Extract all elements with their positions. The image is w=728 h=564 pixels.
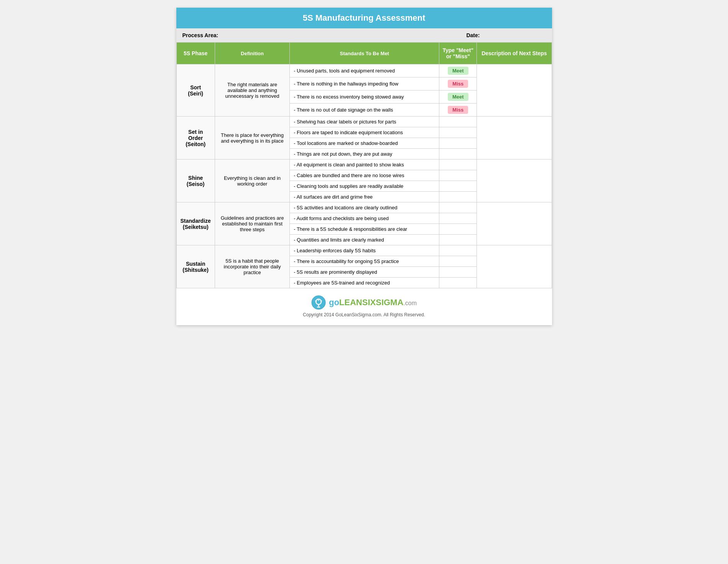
standard-text: - Tool locations are marked or shadow-bo… — [290, 138, 439, 149]
table-row: Sustain(Shitsuke)5S is a habit that peop… — [176, 245, 552, 256]
next-steps-cell[interactable] — [477, 245, 552, 288]
phase-definition: Guidelines and practices are established… — [215, 202, 289, 245]
standard-text: - Cables are bundled and there are no lo… — [290, 170, 439, 181]
meet-miss-cell[interactable]: Miss — [439, 77, 477, 90]
standard-text: - 5S activities and locations are clearl… — [290, 202, 439, 213]
phase-name: Set in Order(Seiton) — [176, 117, 215, 159]
meet-badge: Meet — [448, 93, 468, 101]
phase-definition: Everything is clean and in working order — [215, 159, 289, 202]
process-area-label: Process Area: — [182, 32, 401, 38]
assessment-table: 5S Phase Definition Standards To Be Met … — [176, 42, 552, 288]
next-steps-cell[interactable] — [477, 159, 552, 202]
meet-miss-cell[interactable] — [439, 192, 477, 202]
logo-lean: LEAN — [339, 298, 362, 307]
standard-text: - Employees are 5S-trained and recognize… — [290, 278, 439, 288]
meet-miss-cell[interactable]: Miss — [439, 104, 477, 117]
phase-name: Sustain(Shitsuke) — [176, 245, 215, 288]
date-label: Date: — [400, 32, 546, 38]
phase-definition: There is place for everything and everyt… — [215, 117, 289, 159]
meet-miss-cell[interactable] — [439, 202, 477, 213]
footer-logo: goLEANSIXSIGMA.com — [176, 295, 552, 310]
page-wrapper: 5S Manufacturing Assessment Process Area… — [176, 8, 552, 325]
meet-miss-cell[interactable]: Meet — [439, 90, 477, 104]
standard-text: - Quantities and limits are clearly mark… — [290, 235, 439, 245]
standard-text: - Shelving has clear labels or pictures … — [290, 117, 439, 127]
next-steps-cell[interactable] — [477, 117, 552, 159]
meet-miss-cell[interactable] — [439, 127, 477, 138]
next-steps-cell[interactable] — [477, 202, 552, 245]
copyright-text: Copyright 2014 GoLeanSixSigma.com. All R… — [176, 312, 552, 317]
meet-miss-cell[interactable]: Meet — [439, 64, 477, 77]
table-row: Shine(Seiso)Everything is clean and in w… — [176, 159, 552, 170]
table-row: Standardize(Seiketsu)Guidelines and prac… — [176, 202, 552, 213]
table-row: Set in Order(Seiton)There is place for e… — [176, 117, 552, 127]
phase-definition: The right materials are available and an… — [215, 64, 289, 117]
meta-row: Process Area: Date: — [176, 28, 552, 42]
standard-text: - There is no excess inventory being sto… — [290, 90, 439, 104]
logo-go: go — [329, 298, 339, 307]
phase-name: Shine(Seiso) — [176, 159, 215, 202]
meet-miss-cell[interactable] — [439, 245, 477, 256]
standard-text: - Cleaning tools and supplies are readil… — [290, 181, 439, 192]
header-definition: Definition — [215, 43, 289, 64]
phase-definition: 5S is a habit that people incorporate in… — [215, 245, 289, 288]
meet-miss-cell[interactable] — [439, 181, 477, 192]
meet-miss-cell[interactable] — [439, 138, 477, 149]
standard-text: - Leadership enforces daily 5S habits — [290, 245, 439, 256]
logo-com: .com — [403, 300, 417, 306]
meet-miss-cell[interactable] — [439, 235, 477, 245]
footer: goLEANSIXSIGMA.com Copyright 2014 GoLean… — [176, 295, 552, 317]
header-meet-miss: Type "Meet"or "Miss" — [439, 43, 477, 64]
standard-text: - There is accountability for ongoing 5S… — [290, 256, 439, 267]
miss-badge: Miss — [448, 80, 468, 88]
meet-miss-cell[interactable] — [439, 256, 477, 267]
meet-miss-cell[interactable] — [439, 149, 477, 159]
standard-text: - Floors are taped to indicate equipment… — [290, 127, 439, 138]
meet-miss-cell[interactable] — [439, 117, 477, 127]
standard-text: - 5S results are prominently displayed — [290, 267, 439, 278]
next-steps-cell[interactable] — [477, 64, 552, 117]
svg-point-4 — [318, 300, 319, 301]
table-row: Sort(Seiri)The right materials are avail… — [176, 64, 552, 77]
standard-text: - All equipment is clean and painted to … — [290, 159, 439, 170]
standard-text: - There is a 5S schedule & responsibilit… — [290, 224, 439, 235]
meet-miss-cell[interactable] — [439, 278, 477, 288]
table-header-row: 5S Phase Definition Standards To Be Met … — [176, 43, 552, 64]
logo-six: SIX — [362, 298, 376, 307]
standard-text: - There is nothing in the hallways imped… — [290, 77, 439, 90]
phase-name: Sort(Seiri) — [176, 64, 215, 117]
header-standards: Standards To Be Met — [290, 43, 439, 64]
logo-text: goLEANSIXSIGMA.com — [329, 298, 417, 307]
meet-badge: Meet — [448, 67, 468, 75]
meet-miss-cell[interactable] — [439, 159, 477, 170]
standard-text: - All surfaces are dirt and grime free — [290, 192, 439, 202]
standard-text: - Unused parts, tools and equipment remo… — [290, 64, 439, 77]
logo-icon — [311, 295, 326, 310]
header-next-steps: Description of Next Steps — [477, 43, 552, 64]
meet-miss-cell[interactable] — [439, 267, 477, 278]
meet-miss-cell[interactable] — [439, 170, 477, 181]
standard-text: - Things are not put down, they are put … — [290, 149, 439, 159]
miss-badge: Miss — [448, 106, 468, 114]
header-phase: 5S Phase — [176, 43, 215, 64]
standard-text: - There is no out of date signage on the… — [290, 104, 439, 117]
standard-text: - Audit forms and checklists are being u… — [290, 213, 439, 224]
meet-miss-cell[interactable] — [439, 224, 477, 235]
page-title: 5S Manufacturing Assessment — [176, 8, 552, 28]
meet-miss-cell[interactable] — [439, 213, 477, 224]
logo-sigma: SIGMA — [376, 298, 403, 307]
phase-name: Standardize(Seiketsu) — [176, 202, 215, 245]
